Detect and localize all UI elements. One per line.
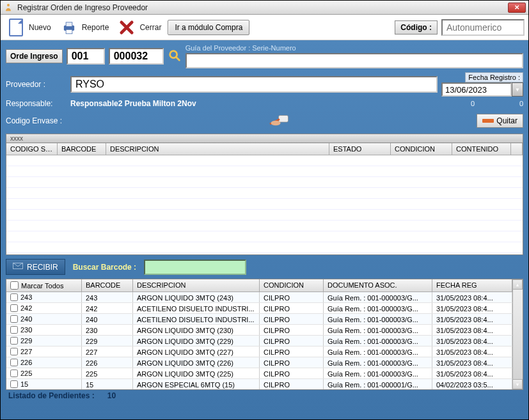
responsable-value: Responsable2 Prueba Milton 2Nov: [70, 99, 426, 108]
row-check-cell[interactable]: 227: [6, 346, 82, 357]
recibir-button[interactable]: RECIBIR: [6, 259, 65, 275]
pendientes-count: 10: [107, 391, 116, 400]
row-barcode: 226: [82, 357, 133, 368]
col-lower-fecha[interactable]: FECHA REG: [432, 279, 512, 292]
row-check-cell[interactable]: 243: [6, 292, 82, 302]
table-row[interactable]: 226226ARGON LIQUIDO 3MTQ (226)CILPROGuía…: [6, 357, 512, 368]
row-doc: Guía Rem. : 001-000003/G...: [324, 346, 432, 357]
row-doc: Guía Rem. : 001-000003/G...: [324, 303, 432, 313]
row-fecha: 31/05/2023 08:4...: [432, 292, 512, 302]
row-checkbox[interactable]: [10, 348, 18, 355]
col-lower-desc[interactable]: DESCRIPCION: [133, 279, 260, 292]
proveedor-input[interactable]: [70, 76, 438, 93]
nuevo-button[interactable]: Nuevo: [4, 17, 54, 38]
upper-table-body[interactable]: [6, 155, 523, 254]
row-fecha: 31/05/2023 08:4...: [432, 303, 512, 313]
row-checkbox[interactable]: [10, 369, 18, 377]
svg-rect-5: [279, 116, 288, 123]
date-picker-button[interactable]: ▼: [512, 82, 523, 97]
marcar-todos-checkbox[interactable]: [10, 281, 19, 290]
row-checkbox[interactable]: [10, 293, 18, 301]
close-icon[interactable]: ✕: [508, 3, 526, 13]
tab-xxxx[interactable]: xxxx: [6, 134, 523, 143]
chevron-down-icon: ▼: [515, 87, 520, 93]
col-lower-cond[interactable]: CONDICION: [260, 279, 324, 292]
row-checkbox[interactable]: [10, 359, 18, 366]
reporte-label: Reporte: [82, 23, 109, 32]
table-row[interactable]: 229229ARGON LIQUIDO 3MTQ (229)CILPROGuía…: [6, 336, 512, 346]
col-estado[interactable]: ESTADO: [329, 143, 391, 155]
row-check-cell[interactable]: 229: [6, 336, 82, 346]
ir-modulo-compra-button[interactable]: Ir a módulo Compra: [168, 20, 249, 35]
col-marcar-todos[interactable]: Marcar Todos: [6, 279, 82, 292]
row-cond: CILPRO: [260, 325, 324, 335]
row-checkbox[interactable]: [10, 326, 18, 334]
orden-ingreso-label: Orde Ingreso: [6, 49, 63, 63]
col-descripcion[interactable]: DESCRIPCION: [106, 143, 329, 155]
col-codigo-sap[interactable]: CODIGO SAP: [6, 143, 58, 155]
table-row[interactable]: 1515ARGON ESPECIAL 6MTQ (15)CILPROGuía R…: [6, 379, 512, 389]
scrollbar-track[interactable]: [512, 290, 523, 379]
reporte-button[interactable]: Reporte: [58, 17, 112, 38]
printer-icon: [60, 19, 78, 36]
row-check-cell[interactable]: 242: [6, 303, 82, 313]
col-lower-barcode[interactable]: BARCODE: [82, 279, 133, 292]
row-barcode: 227: [82, 346, 133, 357]
arrow-up-icon: ▴: [516, 282, 519, 288]
codigo-field[interactable]: [441, 19, 525, 36]
row-checkbox[interactable]: [10, 315, 18, 323]
guia-input[interactable]: [186, 53, 523, 68]
row-barcode: 15: [82, 379, 133, 389]
table-row[interactable]: 243243ARGON LIQUIDO 3MTQ (243)CILPROGuía…: [6, 292, 512, 303]
orden-serie-input[interactable]: [67, 48, 105, 65]
row-checkbox[interactable]: [10, 304, 18, 312]
row-barcode: 243: [82, 292, 133, 302]
row-check-cell[interactable]: 230: [6, 325, 82, 335]
col-contenido[interactable]: CONTENIDO: [452, 143, 511, 155]
col-condicion[interactable]: CONDICION: [391, 143, 452, 155]
col-barcode[interactable]: BARCODE: [58, 143, 106, 155]
quitar-button[interactable]: Quitar: [477, 114, 523, 128]
pendientes-label: Listado de Pendientes :: [8, 391, 95, 400]
table-row[interactable]: 240240ACETILENO DISUELTO INDUSTRI...CILP…: [6, 314, 512, 325]
table-row[interactable]: 225225ARGON LIQUIDO 3MTQ (225)CILPROGuía…: [6, 368, 512, 379]
app-window: Registrar Orden de Ingreso Proveedor ✕ N…: [0, 0, 529, 420]
counter-b: 0: [478, 100, 523, 107]
row-fecha: 31/05/2023 08:4...: [432, 325, 512, 335]
buscar-barcode-input[interactable]: [144, 260, 246, 275]
fecha-registro-input[interactable]: [441, 82, 512, 97]
row-check-cell[interactable]: 226: [6, 357, 82, 368]
scroll-up-button[interactable]: ▴: [512, 279, 523, 290]
row-check-cell[interactable]: 15: [6, 379, 82, 389]
row-check-cell[interactable]: 240: [6, 314, 82, 324]
table-row[interactable]: 230230ARGON LIQUIDO 3MTQ (230)CILPROGuía…: [6, 325, 512, 336]
row-checkbox[interactable]: [10, 380, 18, 388]
search-icon[interactable]: [168, 49, 182, 64]
table-row[interactable]: 227227ARGON LIQUIDO 3MTQ (227)CILPROGuía…: [6, 346, 512, 357]
close-x-icon: [118, 19, 136, 36]
guia-label: Guía del Proveedor : Serie-Numero: [186, 44, 523, 52]
row-barcode: 240: [82, 314, 133, 324]
orden-numero-input[interactable]: [109, 48, 164, 65]
codigo-envase-label: Codigo Envase :: [6, 116, 83, 125]
responsable-label: Responsable:: [6, 99, 67, 108]
fecha-registro-label: Fecha Registro :: [465, 72, 523, 82]
row-doc: Guía Rem. : 001-000003/G...: [324, 336, 432, 346]
row-checkbox[interactable]: [10, 337, 18, 345]
row-cond: CILPRO: [260, 303, 324, 313]
col-spacer: [511, 143, 523, 155]
lower-table-body[interactable]: 243243ARGON LIQUIDO 3MTQ (243)CILPROGuía…: [6, 292, 512, 389]
row-cond: CILPRO: [260, 379, 324, 389]
table-row[interactable]: 242242ACETILENO DISUELTO INDUSTRI...CILP…: [6, 303, 512, 314]
cerrar-button[interactable]: Cerrar: [115, 17, 164, 38]
col-lower-doc[interactable]: DOCUMENTO ASOC.: [324, 279, 432, 292]
scroll-down-button[interactable]: ▾: [512, 379, 523, 389]
title-text: Registrar Orden de Ingreso Proveedor: [17, 3, 508, 12]
row-doc: Guía Rem. : 001-000003/G...: [324, 368, 432, 378]
upper-table: CODIGO SAP BARCODE DESCRIPCION ESTADO CO…: [6, 143, 523, 255]
toolbar: Nuevo Reporte Cerrar Ir a módulo Compra …: [1, 15, 528, 40]
row-desc: ACETILENO DISUELTO INDUSTRI...: [133, 314, 260, 324]
row-fecha: 31/05/2023 08:4...: [432, 336, 512, 346]
row-check-cell[interactable]: 225: [6, 368, 82, 378]
cerrar-label: Cerrar: [139, 23, 161, 32]
